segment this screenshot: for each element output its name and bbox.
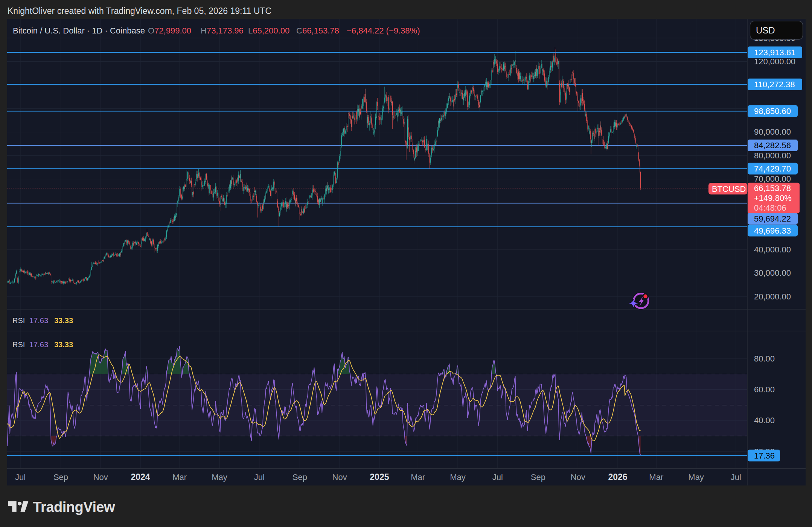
svg-text:70,000.00: 70,000.00 xyxy=(754,174,791,184)
svg-text:2025: 2025 xyxy=(370,472,389,482)
svg-text:Mar: Mar xyxy=(172,472,187,482)
svg-text:84,282.56: 84,282.56 xyxy=(754,141,791,150)
svg-text:RSI 17.63 33.33: RSI 17.63 33.33 xyxy=(12,316,73,325)
svg-text:May: May xyxy=(212,472,227,482)
svg-text:80,000.00: 80,000.00 xyxy=(754,151,791,160)
svg-text:49,696.33: 49,696.33 xyxy=(754,226,791,235)
svg-text:59,694.22: 59,694.22 xyxy=(754,214,791,223)
svg-text:Jul: Jul xyxy=(15,472,26,482)
svg-text:Sep: Sep xyxy=(293,472,307,482)
svg-text:Bitcoin / U.S. Dollar · 1D · C: Bitcoin / U.S. Dollar · 1D · Coinbase xyxy=(13,26,145,35)
svg-text:TradingView: TradingView xyxy=(33,499,116,515)
svg-text:60.00: 60.00 xyxy=(754,385,775,394)
svg-text:98,850.60: 98,850.60 xyxy=(754,106,791,116)
svg-text:17.36: 17.36 xyxy=(754,451,775,460)
svg-text:May: May xyxy=(688,472,704,482)
svg-text:Sep: Sep xyxy=(53,472,68,482)
svg-text:RSI 17.63 33.33: RSI 17.63 33.33 xyxy=(12,340,73,349)
svg-text:+149.80%: +149.80% xyxy=(754,193,792,203)
svg-text:2024: 2024 xyxy=(131,472,150,482)
svg-text:40,000.00: 40,000.00 xyxy=(754,245,791,254)
svg-text:May: May xyxy=(450,472,466,482)
svg-text:2026: 2026 xyxy=(608,472,627,482)
svg-text:O72,999.00H73,173.96L65,200.00: O72,999.00H73,173.96L65,200.00C66,153.78… xyxy=(148,26,420,35)
svg-text:30,000.00: 30,000.00 xyxy=(754,268,791,278)
svg-text:Sep: Sep xyxy=(531,472,545,482)
svg-text:20,000.00: 20,000.00 xyxy=(754,292,791,301)
svg-text:Mar: Mar xyxy=(411,472,425,482)
svg-text:66,153.78: 66,153.78 xyxy=(754,184,791,193)
svg-text:Jul: Jul xyxy=(731,472,741,482)
svg-text:Mar: Mar xyxy=(649,472,663,482)
svg-text:Nov: Nov xyxy=(332,472,347,482)
svg-text:Jul: Jul xyxy=(254,472,265,482)
svg-text:USD: USD xyxy=(756,25,775,35)
svg-text:123,913.61: 123,913.61 xyxy=(754,48,795,57)
svg-text:110,272.38: 110,272.38 xyxy=(754,80,795,89)
svg-text:80.00: 80.00 xyxy=(754,354,775,363)
svg-text:Nov: Nov xyxy=(571,472,585,482)
svg-text:04:48:06: 04:48:06 xyxy=(754,203,786,213)
svg-text:40.00: 40.00 xyxy=(754,416,775,425)
svg-text:Nov: Nov xyxy=(93,472,108,482)
svg-text:90,000.00: 90,000.00 xyxy=(754,127,791,137)
svg-text:Jul: Jul xyxy=(492,472,503,482)
svg-text:BTCUSD: BTCUSD xyxy=(712,184,746,194)
svg-text:KnightOliver created with Trad: KnightOliver created with TradingView.co… xyxy=(8,6,271,16)
svg-text:120,000.00: 120,000.00 xyxy=(754,57,795,66)
svg-text:74,429.70: 74,429.70 xyxy=(754,164,791,173)
